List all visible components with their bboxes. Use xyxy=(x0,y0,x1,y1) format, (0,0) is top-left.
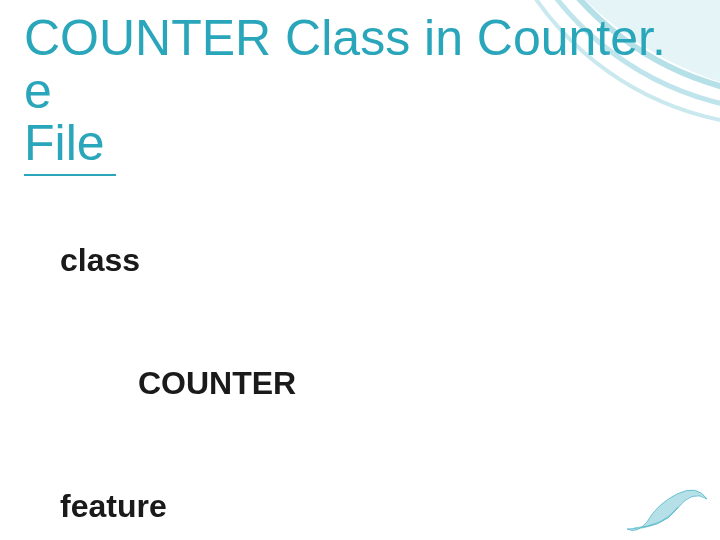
slide: COUNTER Class in Counter. e File class C… xyxy=(0,0,720,540)
slide-title-line-1: COUNTER Class in Counter. e xyxy=(24,10,666,119)
code-block: class COUNTER feature value : INTEGER en… xyxy=(60,158,391,540)
code-line-counter: COUNTER xyxy=(60,363,391,404)
slide-title: COUNTER Class in Counter. e File xyxy=(24,12,696,176)
decorative-curl-icon xyxy=(622,474,712,534)
code-line-class: class xyxy=(60,240,391,281)
code-line-feature: feature xyxy=(60,486,391,527)
